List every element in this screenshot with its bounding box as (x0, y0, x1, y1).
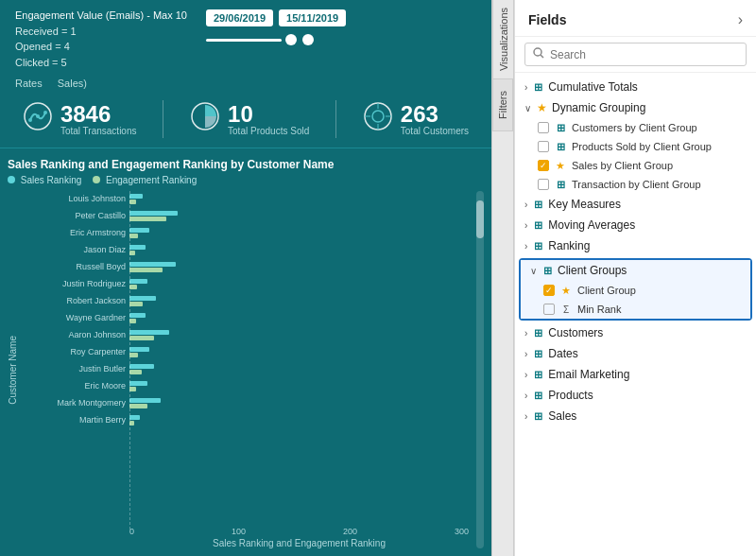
bar-row: Justin Rodriguez (22, 276, 472, 291)
group-label: Cumulative Totals (548, 80, 747, 94)
field-item[interactable]: ⊞Products Sold by Client Group (515, 137, 756, 156)
table-icon: ⊞ (531, 409, 544, 423)
group-label: Sales (548, 409, 747, 423)
customers-label: Total Customers (401, 126, 469, 136)
engagement-bar (129, 353, 138, 357)
bar-label: Robert Jackson (22, 296, 126, 305)
search-box[interactable] (524, 43, 747, 66)
kpi-transactions: 3846 Total Transactions (23, 100, 137, 138)
bar-label: Wayne Gardner (22, 313, 126, 322)
table-icon: ⊞ (531, 218, 544, 232)
legend-engagement-dot (93, 176, 100, 183)
field-group-header[interactable]: ›⊞Products (515, 385, 756, 406)
bar-row: Robert Jackson (22, 293, 472, 308)
expand-arrow-icon: › (524, 328, 527, 339)
slider-thumb-right[interactable] (302, 34, 314, 45)
field-group-header[interactable]: ›⊞Key Measures (515, 194, 756, 215)
dashboard-panel: Engagement Value (Emails) - Max 10 Recei… (0, 0, 491, 556)
sales-bar (129, 245, 146, 250)
field-group-4: ›⊞Ranking (515, 235, 756, 256)
group-label: Products (548, 389, 747, 402)
field-group-header[interactable]: ∨⊞Client Groups (521, 260, 750, 281)
field-group-header[interactable]: ›⊞Dates (515, 343, 756, 364)
bar-label: Martin Berry (22, 415, 126, 425)
field-group-3: ›⊞Moving Averages (515, 215, 756, 235)
group-label: Key Measures (548, 198, 747, 211)
field-group-header[interactable]: ›⊞Cumulative Totals (515, 77, 756, 97)
legend-sales-dot (8, 176, 15, 183)
field-group-header[interactable]: ›⊞Sales (515, 406, 756, 426)
field-group-header[interactable]: ›⊞Customers (515, 322, 756, 343)
slider-thumb-left[interactable] (285, 34, 297, 45)
x-axis: 0 100 200 300 (129, 527, 472, 536)
engagement-bar (129, 302, 143, 306)
visualizations-tab[interactable]: Visualizations (492, 0, 513, 78)
sales-bar (129, 347, 149, 352)
field-item[interactable]: ✓★Client Group (521, 281, 750, 300)
engagement-bar (129, 285, 137, 289)
engagement-bar (129, 404, 147, 408)
expand-arrow-icon: › (524, 82, 527, 93)
side-tabs: Visualizations Filters (491, 0, 514, 556)
chart-scrollbar-thumb[interactable] (476, 200, 484, 238)
field-checkbox[interactable] (538, 122, 549, 133)
field-group-header[interactable]: ∨★Dynamic Grouping (515, 97, 756, 118)
transactions-label: Total Transactions (60, 126, 137, 136)
date-end-button[interactable]: 15/11/2019 (279, 9, 346, 26)
field-item[interactable]: ⊞Customers by Client Group (515, 118, 756, 137)
customers-number: 263 (401, 103, 469, 126)
bar-label: Eric Armstrong (22, 228, 126, 237)
rates-label: Rates (15, 78, 43, 89)
sales-bar (129, 194, 143, 199)
field-group-header[interactable]: ›⊞Ranking (515, 235, 756, 256)
bar-label: Mark Montgomery (22, 398, 126, 408)
kpi-divider-2 (335, 100, 336, 138)
field-item-name: Transaction by Client Group (572, 179, 701, 190)
table-icon: ⊞ (554, 121, 567, 134)
field-group-header[interactable]: ›⊞Email Marketing (515, 364, 756, 385)
products-label: Total Products Sold (228, 126, 309, 136)
table-icon: ⊞ (531, 326, 544, 339)
field-checkbox[interactable] (538, 179, 549, 190)
sales-bar (129, 398, 161, 403)
fields-expand-arrow[interactable]: › (738, 11, 743, 28)
sales-bar (129, 330, 169, 335)
field-item[interactable]: ⊞Transaction by Client Group (515, 175, 756, 194)
date-start-button[interactable]: 29/06/2019 (206, 9, 273, 26)
svg-point-3 (43, 111, 47, 114)
bar-group (129, 381, 472, 391)
field-checkbox[interactable] (543, 304, 555, 315)
legend-engagement: Engagement Ranking (93, 175, 197, 185)
bar-group (129, 211, 472, 221)
field-group-7: ›⊞Dates (515, 343, 756, 364)
expand-arrow-icon: › (524, 411, 527, 422)
bar-label: Russell Boyd (22, 262, 126, 271)
filters-tab[interactable]: Filters (492, 78, 513, 131)
kpi-products: 10 Total Products Sold (190, 100, 309, 138)
field-group-10: ›⊞Sales (515, 406, 756, 426)
chart-section: Sales Ranking and Engagement Ranking by … (0, 148, 491, 556)
field-item[interactable]: ✓★Sales by Client Group (515, 156, 756, 175)
bar-label: Eric Moore (22, 381, 126, 391)
chart-scrollbar[interactable] (476, 191, 484, 548)
field-checkbox[interactable]: ✓ (543, 285, 555, 296)
engagement-slider[interactable] (206, 34, 346, 45)
field-checkbox[interactable]: ✓ (538, 160, 549, 171)
chart-bottom-label: Sales Ranking and Engagement Ranking (126, 538, 472, 548)
engagement-bar (129, 319, 136, 323)
bar-row: Martin Berry (22, 412, 472, 427)
field-item[interactable]: ΣMin Rank (521, 300, 750, 319)
engagement-bar (129, 387, 136, 391)
bar-label: Justin Rodriguez (22, 279, 126, 288)
bar-row: Aaron Johnson (22, 327, 472, 342)
date-range[interactable]: 29/06/2019 15/11/2019 (206, 9, 346, 26)
field-checkbox[interactable] (538, 141, 549, 152)
star-icon: ★ (535, 101, 548, 114)
sales-bar (129, 415, 140, 420)
search-input[interactable] (550, 48, 738, 61)
field-group-header[interactable]: ›⊞Moving Averages (515, 215, 756, 235)
bar-row: Justin Butler (22, 361, 472, 376)
field-item-name: Sales by Client Group (572, 160, 673, 171)
fields-search[interactable] (515, 37, 756, 73)
table-icon: ⊞ (531, 80, 544, 94)
